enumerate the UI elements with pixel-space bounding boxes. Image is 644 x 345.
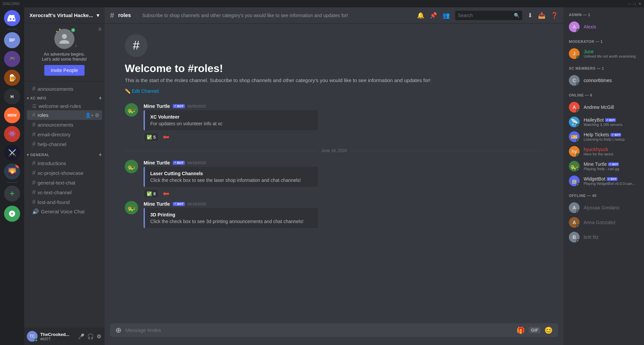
member-avatar-june: J — [569, 48, 580, 59]
haileybot-badge: ✓ BOT — [605, 118, 616, 122]
discord-home-button[interactable] — [4, 10, 20, 26]
edit-channel-button[interactable]: ✏️ Edit Channel — [125, 88, 543, 94]
bell-icon[interactable]: 🔔 — [417, 12, 424, 19]
gif-button[interactable]: GIF — [529, 327, 540, 333]
category-add-button[interactable]: + — [99, 95, 102, 101]
channel-item-general-voice-chat[interactable]: 🔊 General Voice Chat — [27, 207, 102, 216]
channel-item-announcements-top[interactable]: # announcements — [27, 84, 102, 94]
message-timestamp-3: 06/18/2020 — [187, 202, 206, 206]
user-controls: 🎤 🎧 ⚙ — [77, 333, 102, 340]
channel-item-lost-and-found[interactable]: # lost-and-found — [27, 197, 102, 207]
headphone-button[interactable]: 🎧 — [87, 333, 95, 340]
server-name[interactable]: Xerocraft's Virtual Hacke... ▾ — [24, 7, 105, 23]
add-server-button[interactable]: + — [4, 186, 20, 202]
member-item-alexis[interactable]: A Alexis — [566, 19, 641, 34]
server-icon-6[interactable]: 👾 — [4, 126, 20, 142]
close-btn[interactable]: ✕ — [638, 2, 641, 6]
members-sidebar: ADMIN — 1 A Alexis MODERATOR — 1 J — [564, 7, 644, 345]
reaction-2[interactable]: ✅ 8 — [144, 189, 159, 198]
help-icon[interactable]: ❓ — [551, 12, 558, 19]
server-icon-7[interactable]: ⚔️ — [4, 145, 20, 161]
channel-item-introductions[interactable]: # introductions — [27, 158, 102, 168]
search-bar[interactable]: 🔍 — [455, 11, 522, 20]
settings-icon[interactable]: ⚙ — [95, 113, 99, 118]
invite-people-button[interactable]: Invite People — [44, 65, 85, 76]
server-icon-8[interactable]: 🌄 7 — [4, 163, 20, 180]
explore-servers-button[interactable] — [4, 206, 20, 222]
members-icon[interactable]: 👥 — [442, 12, 450, 19]
member-item-andrew[interactable]: A Andrew McGill — [566, 100, 641, 115]
member-item-connor6times[interactable]: C connor6times — [566, 73, 641, 88]
reaction-1[interactable]: ✅ 5 — [144, 132, 159, 142]
voice-icon: 🔊 — [32, 208, 39, 215]
hash-icon: # — [32, 85, 36, 92]
popup-close-button[interactable]: ✕ — [98, 26, 102, 32]
server-icon-mbw[interactable]: MBW — [4, 107, 20, 123]
channel-item-roles[interactable]: # roles 👤+ ⚙ — [27, 110, 102, 120]
attach-button[interactable]: ⊕ — [115, 326, 121, 335]
member-avatar-alyssa: A — [569, 202, 580, 213]
popup-avatar: + ✦ ✦ ✦ — [54, 29, 74, 49]
pin-icon[interactable]: 📌 — [430, 12, 437, 19]
member-avatar-hyuckhyuck: hy — [569, 146, 580, 157]
member-item-june[interactable]: J June Unlived life not worth examining — [566, 46, 641, 61]
microphone-button[interactable]: 🎤 — [77, 333, 85, 340]
member-status-june: Unlived life not worth examining — [584, 54, 639, 58]
server-icon-h[interactable]: H — [4, 88, 20, 105]
channel-item-announcements2[interactable]: # announcements — [27, 120, 102, 130]
member-item-help-tickets[interactable]: 🎫 Help Tickets ✓ BOT Listening to /help … — [566, 129, 641, 144]
header-icons: 🔔 📌 👥 🔍 ⬇ 📥 ❓ — [417, 11, 558, 20]
hash-icon: # — [32, 169, 36, 177]
server-icon-3[interactable]: 🍺 — [4, 70, 20, 86]
member-item-hyuckhyuck[interactable]: hy hyuckhyuck Here for the weird. — [566, 144, 641, 159]
embed-description-2: Click the check box to see the laser sho… — [150, 178, 313, 183]
input-actions: 🎁 GIF 😊 — [517, 326, 553, 334]
channel-item-help-channel[interactable]: # help-channel — [27, 139, 102, 149]
member-item-mine-turtle[interactable]: 🐢 Mine Turtle ✓ BOT Playing !help - carl… — [566, 159, 641, 174]
message-avatar-mine-turtle-3: 🐢 — [125, 201, 138, 214]
member-item-widgetbot[interactable]: 🤖 WidgetBot ✓ BOT Playing WidgetBot v0.0… — [566, 174, 641, 188]
category-header-general[interactable]: ▾ GENERAL + — [24, 150, 105, 158]
member-item-alyssa[interactable]: A Alyssaa Gredano — [566, 200, 641, 215]
member-info-hyuckhyuck: hyuckhyuck Here for the weird. — [584, 147, 639, 156]
member-item-anna[interactable]: A Anna Gonzalez — [566, 215, 641, 230]
settings-button[interactable]: ⚙ — [96, 333, 102, 340]
channel-name: help-channel — [38, 141, 66, 147]
member-name-hyuckhyuck: hyuckhyuck — [584, 147, 639, 152]
category-header-xc-info[interactable]: ▾ XC INFO + — [24, 94, 105, 102]
channel-item-welcome-and-rules[interactable]: ☰ welcome-and-rules — [27, 102, 102, 110]
minimize-btn[interactable]: ─ — [628, 2, 631, 6]
member-item-britt[interactable]: B britt fitz — [566, 230, 641, 245]
search-icon: 🔍 — [514, 13, 520, 18]
channel-item-xc-project-showcase[interactable]: # xc-project-showcase — [27, 168, 102, 178]
channel-item-general-text-chat[interactable]: # general-text-chat — [27, 178, 102, 188]
download-icon[interactable]: ⬇ — [528, 12, 533, 19]
hash-icon: # — [32, 121, 36, 128]
add-member-icon[interactable]: 👤+ — [85, 113, 94, 118]
member-name-andrew: Andrew McGill — [584, 105, 639, 110]
channel-item-email-directory[interactable]: # email-directory — [27, 130, 102, 139]
message-text-input[interactable] — [125, 323, 513, 337]
emoji-button[interactable]: 😊 — [544, 326, 553, 334]
server-icon-2[interactable]: 🎮 — [4, 51, 20, 67]
member-item-haileybot[interactable]: 📡 HaileyBot ✓ BOT Watching 3,185 servers — [566, 115, 641, 129]
member-status-hyuckhyuck: Here for the weird. — [584, 152, 639, 156]
member-name-help-tickets: Help Tickets ✓ BOT — [584, 132, 639, 137]
channel-name: introductions — [38, 160, 66, 166]
search-input[interactable] — [458, 13, 512, 18]
gift-icon[interactable]: 🎁 — [517, 326, 525, 334]
inbox-icon[interactable]: 📥 — [538, 12, 545, 19]
app-title: DISCORD — [3, 2, 20, 6]
channel-name: email-directory — [38, 132, 70, 137]
category-add-button-general[interactable]: + — [99, 152, 102, 158]
member-info-widgetbot: WidgetBot ✓ BOT Playing WidgetBot v0.0.0… — [584, 176, 639, 186]
message-group-1: 🐢 Mine Turtle ✓ BOT 06/09/2020 XC Volunt… — [105, 102, 564, 143]
maximize-btn[interactable]: □ — [633, 2, 636, 6]
member-section-label-offline: OFFLINE — 40 — [566, 194, 641, 198]
member-avatar-alexis: A — [569, 21, 580, 32]
welcome-channel-icon: # — [125, 34, 148, 57]
server-icon-bp[interactable]: BP — [4, 32, 20, 48]
member-info-andrew: Andrew McGill — [584, 105, 639, 110]
channel-item-vc-text-channel[interactable]: # vc-text-channel — [27, 188, 102, 197]
channel-name: general-text-chat — [38, 180, 75, 186]
